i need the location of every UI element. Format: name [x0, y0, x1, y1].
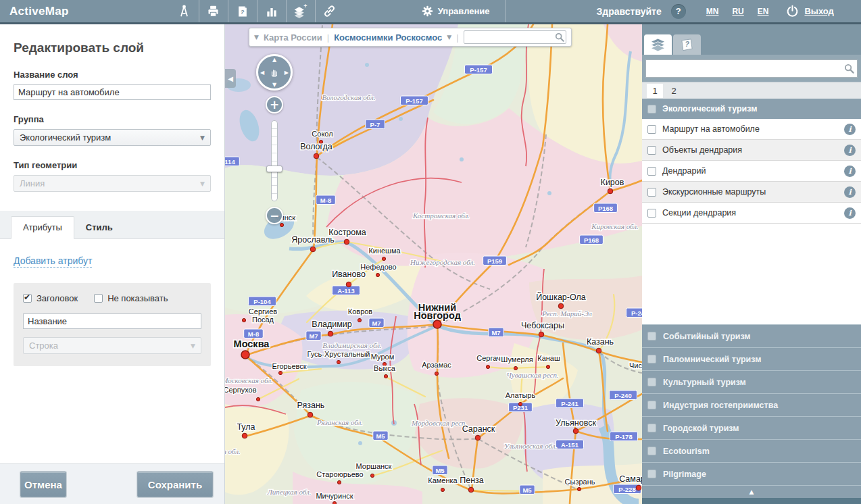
city-dot[interactable] — [376, 273, 379, 276]
layer-checkbox[interactable] — [647, 125, 656, 134]
panel-collapse-arrow[interactable]: ▲ — [642, 485, 861, 498]
search-icon[interactable] — [555, 32, 564, 42]
layer-group-expanded[interactable]: Экологический туризм — [642, 99, 861, 119]
group-checkbox[interactable] — [647, 332, 656, 341]
layer-row[interactable]: Маршрут на автомобилеi — [642, 119, 861, 140]
group-checkbox[interactable] — [647, 470, 656, 478]
cancel-button[interactable]: Отмена — [20, 472, 66, 497]
title-checkbox[interactable] — [23, 294, 32, 303]
city-dot[interactable] — [636, 485, 641, 490]
city-dot[interactable] — [475, 435, 481, 440]
layer-checkbox[interactable] — [647, 146, 656, 155]
page-2[interactable]: 2 — [666, 84, 682, 98]
group-checkbox[interactable] — [647, 378, 656, 386]
lang-mn[interactable]: MN — [706, 7, 719, 16]
save-button[interactable]: Сохранить — [137, 472, 213, 497]
city-dot[interactable] — [370, 474, 374, 477]
city-dot[interactable] — [310, 247, 316, 252]
city-dot[interactable] — [280, 223, 283, 226]
city-dot[interactable] — [514, 366, 517, 370]
city-dot[interactable] — [314, 153, 319, 159]
city-dot[interactable] — [435, 372, 438, 375]
city-dot[interactable] — [558, 303, 564, 309]
city-dot[interactable] — [308, 412, 313, 418]
management-menu[interactable]: Управление — [422, 5, 490, 17]
city-dot[interactable] — [278, 371, 282, 374]
city-dot[interactable] — [518, 402, 522, 405]
city-dot[interactable] — [596, 348, 601, 353]
city-dot[interactable] — [346, 282, 351, 287]
map-viewport[interactable]: Р-157Р-157Р-7М-8Р168Р168Р159А-113Р-104М7… — [225, 24, 642, 504]
city-dot[interactable] — [382, 257, 385, 260]
help-badge[interactable]: ? — [671, 4, 686, 19]
layer-group-collapsed[interactable]: Паломнический туризм — [642, 347, 861, 370]
city-dot[interactable] — [441, 488, 444, 491]
city-dot[interactable] — [608, 188, 613, 194]
city-dot[interactable] — [328, 331, 333, 336]
overlay-selector[interactable]: Космоснимки Роскосмос — [334, 32, 442, 43]
lang-en[interactable]: EN — [758, 7, 769, 16]
pan-down-icon[interactable]: ▼ — [272, 82, 276, 88]
print-icon[interactable] — [199, 0, 228, 22]
zoom-out-button[interactable]: − — [266, 207, 283, 224]
info-icon[interactable]: i — [844, 186, 856, 198]
city-dot[interactable] — [337, 480, 341, 484]
logout-button[interactable]: Выход — [786, 5, 833, 18]
city-dot[interactable] — [573, 428, 579, 434]
page-1[interactable]: 1 — [647, 84, 663, 98]
city-dot[interactable] — [539, 332, 544, 337]
layer-name-input[interactable] — [14, 84, 211, 100]
layer-group-collapsed[interactable]: Ecotourism — [642, 439, 861, 462]
layer-row[interactable]: Дендрарийi — [642, 161, 861, 182]
city-dot[interactable] — [384, 374, 387, 378]
zoom-slider-handle[interactable] — [266, 166, 282, 172]
city-dot[interactable] — [333, 501, 336, 504]
info-icon[interactable]: i — [844, 145, 856, 156]
zoom-in-button[interactable]: + — [266, 96, 283, 114]
city-dot[interactable] — [242, 433, 247, 438]
group-checkbox[interactable] — [647, 355, 656, 363]
layer-group-collapsed[interactable]: Pilgrimage — [642, 462, 861, 485]
info-icon[interactable]: i — [844, 124, 856, 135]
group-checkbox[interactable] — [647, 105, 656, 114]
stats-icon[interactable] — [257, 0, 286, 22]
info-icon[interactable]: i — [844, 207, 856, 219]
tab-attributes[interactable]: Атрибуты — [11, 216, 74, 239]
layer-row[interactable]: Объекты дендрарияi — [642, 140, 861, 161]
city-dot[interactable] — [344, 239, 349, 245]
pan-left-icon[interactable]: ◀ — [260, 70, 264, 76]
group-checkbox[interactable] — [647, 447, 656, 455]
legend-icon[interactable]: ? — [228, 0, 257, 22]
city-dot[interactable] — [358, 318, 361, 322]
city-dot[interactable] — [546, 365, 549, 368]
map-pan-control[interactable]: ▲ ▼ ◀ ▶ — [256, 54, 293, 91]
city-dot[interactable] — [241, 351, 249, 359]
map-canvas[interactable]: Р-157Р-157Р-7М-8Р168Р168Р159А-113Р-104М7… — [225, 24, 642, 504]
layers-search-input[interactable] — [645, 59, 858, 78]
layer-checkbox[interactable] — [647, 209, 656, 218]
basemap-selector[interactable]: Карта России — [264, 32, 322, 43]
layer-checkbox[interactable] — [647, 167, 656, 176]
tab-style[interactable]: Стиль — [74, 217, 124, 238]
tab-legend-help[interactable]: ? — [673, 34, 701, 55]
pan-up-icon[interactable]: ▲ — [272, 57, 276, 63]
tab-layers[interactable] — [644, 34, 672, 55]
hide-checkbox[interactable] — [94, 294, 103, 303]
city-dot[interactable] — [433, 320, 441, 328]
group-checkbox[interactable] — [647, 401, 656, 409]
layer-group-collapsed[interactable]: Культурный туризм — [642, 370, 861, 393]
add-layer-icon[interactable]: + — [287, 0, 315, 22]
lang-ru[interactable]: RU — [732, 7, 743, 16]
city-dot[interactable] — [337, 360, 340, 363]
overlay-dropdown-icon[interactable]: ▼ — [447, 34, 451, 41]
pan-right-icon[interactable]: ▶ — [285, 70, 289, 76]
search-icon[interactable] — [844, 64, 854, 74]
attribute-name-input[interactable] — [23, 313, 201, 329]
city-dot[interactable] — [486, 365, 489, 368]
group-checkbox[interactable] — [647, 424, 656, 432]
city-dot[interactable] — [256, 397, 260, 401]
city-dot[interactable] — [242, 318, 245, 322]
map-search-input[interactable] — [464, 30, 566, 44]
city-dot[interactable] — [577, 487, 581, 490]
layer-row[interactable]: Секции дендрарияi — [642, 203, 861, 224]
